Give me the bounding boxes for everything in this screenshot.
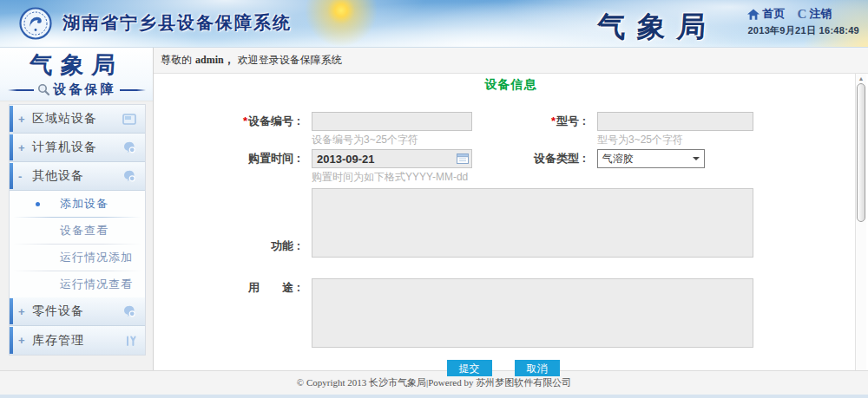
- device-type-value: 气溶胶: [602, 152, 634, 166]
- home-link[interactable]: 首页: [747, 6, 785, 22]
- page-header: 湖南省宁乡县设备保障系统 气象局 首页 C 注销 2013年9月21日 16:4…: [0, 0, 868, 48]
- welcome-bar: 尊敬的 admin， 欢迎登录设备保障系统: [154, 48, 868, 74]
- system-title: 湖南省宁乡县设备保障系统: [62, 11, 292, 35]
- collapse-icon: -: [18, 170, 29, 183]
- logout-label: 注销: [809, 6, 832, 22]
- function-label: 功能 :: [154, 238, 300, 258]
- datetime-display: 2013年9月21日 16:48:49: [747, 24, 859, 37]
- expand-icon: +: [18, 334, 29, 347]
- device-no-hint: 设备编号为3~25个字符: [312, 133, 472, 147]
- top-nav: 首页 C 注销 2013年9月21日 16:48:49: [747, 6, 859, 37]
- comment-search-icon: [122, 141, 136, 153]
- usage-label: 用 途 :: [154, 278, 300, 296]
- monitor-icon: [122, 114, 136, 125]
- sidebar: 气象局 设备保障 + 区域站设备: [0, 48, 153, 370]
- submenu-item-add-operation-status[interactable]: 运行情况添加: [10, 245, 145, 271]
- expand-icon: +: [18, 305, 29, 318]
- device-type-select[interactable]: 气溶胶: [597, 149, 705, 168]
- submenu-item-add-device[interactable]: 添加设备: [10, 191, 145, 217]
- main-content: 尊敬的 admin， 欢迎登录设备保障系统 设备信息 *设备编号 : *型号 :…: [153, 48, 868, 370]
- sidebar-menu: + 区域站设备 + 计算机设备: [9, 104, 146, 356]
- model-hint: 型号为3~25个字符: [597, 133, 753, 147]
- copyright-text: © Copyright 2013 长沙市气象局|Powered by 苏州梦图软…: [297, 376, 571, 389]
- usage-textarea[interactable]: [312, 278, 753, 348]
- sidebar-item-inventory-management[interactable]: + 库存管理: [10, 326, 145, 355]
- purchase-time-label: 购置时间 :: [154, 151, 300, 166]
- vertical-scrollbar[interactable]: ▲: [855, 74, 866, 370]
- submenu-item-view-devices[interactable]: 设备查看: [10, 218, 145, 244]
- bullet-icon: [36, 202, 40, 206]
- sidebar-item-area-station-devices[interactable]: + 区域站设备: [10, 105, 145, 134]
- model-label: *型号 :: [483, 114, 586, 129]
- sidebar-logo-subtitle: 设备保障: [54, 82, 116, 98]
- home-icon: [747, 9, 760, 20]
- page-title: 设备信息: [154, 77, 868, 93]
- required-mark: *: [551, 114, 556, 127]
- chevron-down-icon: [693, 157, 700, 164]
- home-label: 首页: [762, 6, 785, 22]
- sidebar-logo-block: 气象局 设备保障: [0, 48, 153, 101]
- device-no-label: *设备编号 :: [154, 114, 300, 129]
- sidebar-logo-title: 气象局: [29, 49, 125, 81]
- expand-icon: +: [18, 113, 29, 126]
- expand-icon: +: [18, 141, 29, 154]
- sidebar-item-other-devices[interactable]: - 其他设备: [10, 162, 145, 191]
- device-type-label: 设备类型 :: [483, 151, 586, 166]
- calendar-icon[interactable]: [457, 153, 469, 164]
- submit-button[interactable]: 提交: [447, 360, 492, 376]
- welcome-username: admin，: [195, 53, 234, 68]
- model-input[interactable]: [597, 112, 753, 131]
- footer-strip: [0, 395, 868, 398]
- purchase-time-input[interactable]: [312, 149, 472, 168]
- divider: [8, 89, 34, 91]
- scrollbar-thumb[interactable]: [857, 83, 865, 222]
- device-no-input[interactable]: [312, 112, 472, 131]
- sidebar-item-parts-devices[interactable]: + 零件设备: [10, 297, 145, 326]
- other-devices-submenu: 添加设备 设备查看 运行情况添加 运行情况查看: [10, 191, 145, 297]
- cancel-button[interactable]: 取消: [515, 360, 560, 376]
- function-textarea[interactable]: [312, 188, 753, 258]
- magnifier-icon: [37, 83, 50, 96]
- divider: [120, 89, 146, 91]
- tools-icon: [124, 335, 136, 347]
- purchase-time-hint: 购置时间为如下格式YYYY-MM-dd: [312, 170, 472, 185]
- comment-search-icon: [122, 170, 136, 182]
- welcome-suffix: 欢迎登录设备保障系统: [238, 53, 342, 68]
- device-info-form: 设备信息 *设备编号 : *型号 : 设备编号为3~25个字符 型号为3~25个…: [154, 74, 868, 376]
- weather-bureau-emblem-icon: [19, 7, 52, 43]
- sidebar-item-computer-devices[interactable]: + 计算机设备: [10, 134, 145, 162]
- comment-search-icon: [122, 305, 136, 317]
- required-mark: *: [243, 114, 247, 127]
- brand-title: 气象局: [595, 8, 718, 47]
- logout-icon: C: [797, 7, 806, 22]
- submenu-item-view-operation-status[interactable]: 运行情况查看: [10, 271, 145, 297]
- logout-link[interactable]: C 注销: [790, 6, 832, 22]
- welcome-prefix: 尊敬的: [161, 53, 192, 68]
